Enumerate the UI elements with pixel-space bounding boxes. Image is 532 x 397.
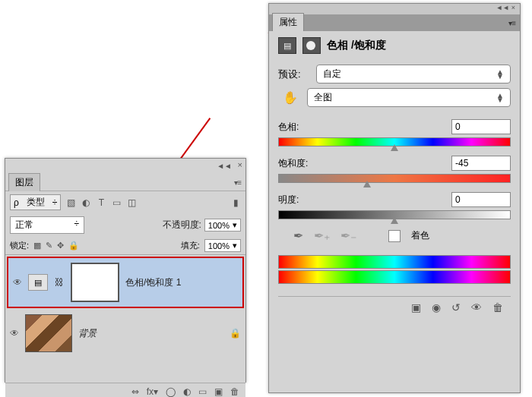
properties-panel: ◄◄ × 属性 ▾≡ ▤ 色相 /饱和度 预设: 自定 ▲▼ ✋ 全图 ▲▼ 色 xyxy=(268,3,521,393)
filter-type-icon[interactable]: T xyxy=(96,197,106,208)
layer-blend-bar: 正常÷ 不透明度: 100%▾ xyxy=(5,213,245,237)
layer-row-adjustment[interactable]: 👁 ▤ ⛓ 色相/饱和度 1 xyxy=(7,257,244,308)
saturation-label: 饱和度: xyxy=(278,157,308,170)
mask-icon[interactable]: ◯ xyxy=(166,386,176,397)
trash-icon[interactable]: 🗑 xyxy=(492,301,503,314)
saturation-input[interactable]: -45 xyxy=(451,156,511,171)
trash-icon[interactable]: 🗑 xyxy=(230,386,239,397)
filter-shape-icon[interactable]: ▭ xyxy=(111,197,122,208)
lightness-input[interactable]: 0 xyxy=(451,192,511,207)
panel-menu-icon[interactable]: ▾≡ xyxy=(234,178,241,187)
dropdown-arrows-icon: ▲▼ xyxy=(496,93,504,102)
lightness-slider[interactable] xyxy=(278,210,511,219)
slider-handle[interactable] xyxy=(391,217,398,224)
group-icon[interactable]: ▭ xyxy=(198,386,207,397)
filter-type-select[interactable]: ρ 类型 ÷ xyxy=(10,194,61,210)
view-previous-icon[interactable]: ◉ xyxy=(432,301,441,314)
fill-input[interactable]: 100%▾ xyxy=(204,239,241,252)
image-thumbnail[interactable] xyxy=(25,314,72,352)
filter-pixel-icon[interactable]: ▧ xyxy=(65,197,76,208)
range-select[interactable]: 全图 ▲▼ xyxy=(307,88,511,107)
new-layer-icon[interactable]: ▣ xyxy=(214,386,223,397)
hue-input[interactable]: 0 xyxy=(451,119,511,134)
lock-brush-icon[interactable]: ✎ xyxy=(46,241,52,250)
saturation-slider[interactable] xyxy=(278,174,511,183)
colorize-checkbox[interactable] xyxy=(388,230,401,242)
visibility-icon[interactable]: 👁 xyxy=(13,277,22,288)
mask-thumbnail[interactable] xyxy=(71,263,119,302)
lock-icon[interactable]: 🔒 xyxy=(230,328,241,339)
close-icon[interactable]: × xyxy=(238,160,242,169)
collapse-bar[interactable]: ◄◄ × xyxy=(269,4,520,14)
layers-panel: ◄◄ × 图层 ▾≡ ρ 类型 ÷ ▧ ◐ T ▭ ◫ ▮ 正常÷ 不透明度: … xyxy=(5,158,246,383)
opacity-label: 不透明度: xyxy=(163,219,201,232)
layers-bottom-bar: ⇔ fx▾ ◯ ◐ ▭ ▣ 🗑 xyxy=(5,383,245,397)
layer-row-background[interactable]: 👁 背景 🔒 xyxy=(5,310,245,357)
hue-slider[interactable] xyxy=(278,137,511,147)
eyedropper-plus-icon[interactable]: ✒₊ xyxy=(314,228,330,243)
visibility-icon[interactable]: 👁 xyxy=(10,328,19,339)
colorize-label: 着色 xyxy=(411,229,429,242)
adjustment-thumb-icon: ▤ xyxy=(28,274,48,291)
visibility-toggle-icon[interactable]: 👁 xyxy=(471,301,482,314)
layers-panel-header: ◄◄ × 图层 ▾≡ xyxy=(5,159,245,191)
collapse-icon[interactable]: ◄◄ xyxy=(217,162,232,170)
fx-icon[interactable]: fx▾ xyxy=(147,386,158,397)
properties-tab-row: 属性 ▾≡ xyxy=(269,14,520,31)
layer-name[interactable]: 背景 xyxy=(78,327,223,340)
opacity-input[interactable]: 100%▾ xyxy=(204,219,241,232)
preset-label: 预设: xyxy=(278,68,312,81)
targeted-adjust-icon[interactable]: ✋ xyxy=(278,90,302,105)
adjustment-type-icon[interactable]: ▤ xyxy=(278,37,296,54)
filter-label: 类型 xyxy=(27,196,45,209)
output-spectrum xyxy=(278,270,511,284)
filter-smart-icon[interactable]: ◫ xyxy=(126,197,137,208)
reset-icon[interactable]: ↺ xyxy=(451,301,461,314)
lock-transparent-icon[interactable]: ▩ xyxy=(33,241,41,250)
input-spectrum xyxy=(278,255,511,269)
adjustment-icon[interactable]: ◐ xyxy=(183,386,191,397)
link-layers-icon[interactable]: ⇔ xyxy=(131,386,139,397)
lock-move-icon[interactable]: ✥ xyxy=(57,241,64,250)
lightness-label: 明度: xyxy=(278,194,299,206)
slider-handle[interactable] xyxy=(391,144,398,151)
slider-handle[interactable] xyxy=(363,181,371,187)
hue-label: 色相: xyxy=(278,121,299,134)
layers-tab[interactable]: 图层 xyxy=(8,173,40,191)
layer-lock-bar: 锁定: ▩ ✎ ✥ 🔒 填充: 100%▾ xyxy=(5,237,245,255)
layer-filter-bar: ρ 类型 ÷ ▧ ◐ T ▭ ◫ ▮ xyxy=(5,191,245,213)
properties-body: ▤ 色相 /饱和度 预设: 自定 ▲▼ ✋ 全图 ▲▼ 色相: 0 xyxy=(269,31,520,324)
properties-tab[interactable]: 属性 xyxy=(272,13,304,31)
dropdown-arrows-icon: ▲▼ xyxy=(496,70,504,79)
mask-type-icon[interactable] xyxy=(302,37,321,54)
link-icon[interactable]: ⛓ xyxy=(54,277,65,288)
layer-list: 👁 ▤ ⛓ 色相/饱和度 1 👁 背景 🔒 xyxy=(5,255,245,383)
panel-menu-icon[interactable]: ▾≡ xyxy=(508,19,515,27)
layer-name[interactable]: 色相/饱和度 1 xyxy=(125,276,238,289)
adjustment-title: 色相 /饱和度 xyxy=(327,39,386,52)
eyedropper-minus-icon[interactable]: ✒₋ xyxy=(340,228,356,243)
lock-all-icon[interactable]: 🔒 xyxy=(68,241,79,250)
lock-label: 锁定: xyxy=(10,240,29,251)
fill-label: 填充: xyxy=(181,240,200,251)
properties-bottom-bar: ▣ ◉ ↺ 👁 🗑 xyxy=(278,296,511,318)
eyedropper-icon[interactable]: ✒ xyxy=(293,228,303,243)
preset-select[interactable]: 自定 ▲▼ xyxy=(316,65,511,83)
clip-to-layer-icon[interactable]: ▣ xyxy=(411,301,421,314)
filter-toggle-icon[interactable]: ▮ xyxy=(230,197,241,208)
blend-mode-select[interactable]: 正常÷ xyxy=(10,216,84,234)
filter-adjustment-icon[interactable]: ◐ xyxy=(81,197,91,208)
